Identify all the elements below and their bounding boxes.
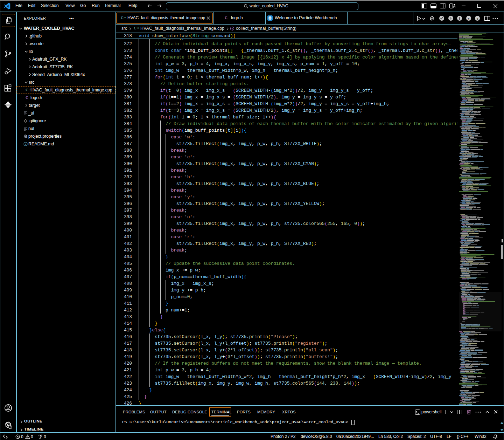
- svg-text:v: v: [468, 16, 470, 20]
- svg-text:e: e: [477, 16, 478, 20]
